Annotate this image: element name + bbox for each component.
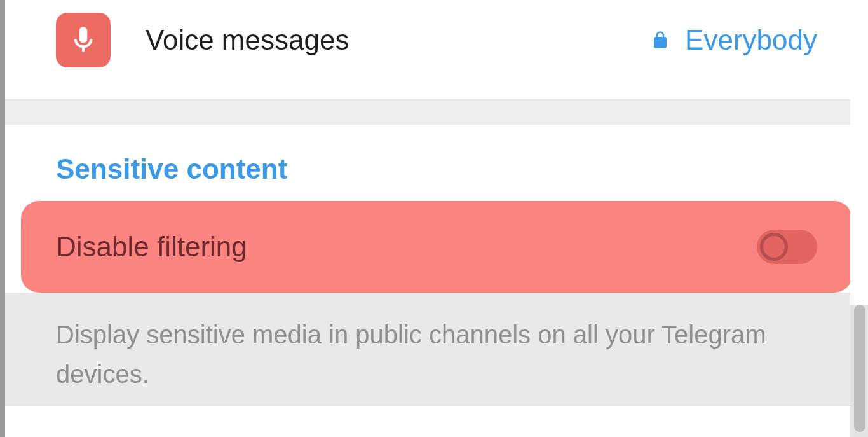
voice-messages-label: Voice messages	[146, 24, 651, 56]
voice-messages-row[interactable]: Voice messages Everybody	[5, 0, 868, 99]
disable-filtering-toggle[interactable]	[757, 230, 817, 264]
disable-filtering-label: Disable filtering	[56, 231, 247, 263]
scrollbar-thumb[interactable]	[854, 305, 865, 432]
voice-messages-value-text: Everybody	[685, 24, 817, 56]
sensitive-content-title: Sensitive content	[56, 153, 817, 185]
section-separator	[5, 99, 868, 125]
microphone-icon	[56, 13, 111, 67]
sensitive-content-description: Display sensitive media in public channe…	[5, 293, 868, 406]
sensitive-content-header: Sensitive content	[5, 125, 868, 201]
lock-icon	[651, 29, 670, 52]
voice-messages-value: Everybody	[651, 24, 817, 56]
right-edge-white	[850, 0, 868, 305]
disable-filtering-row[interactable]: Disable filtering	[21, 201, 852, 293]
toggle-knob	[760, 233, 788, 261]
